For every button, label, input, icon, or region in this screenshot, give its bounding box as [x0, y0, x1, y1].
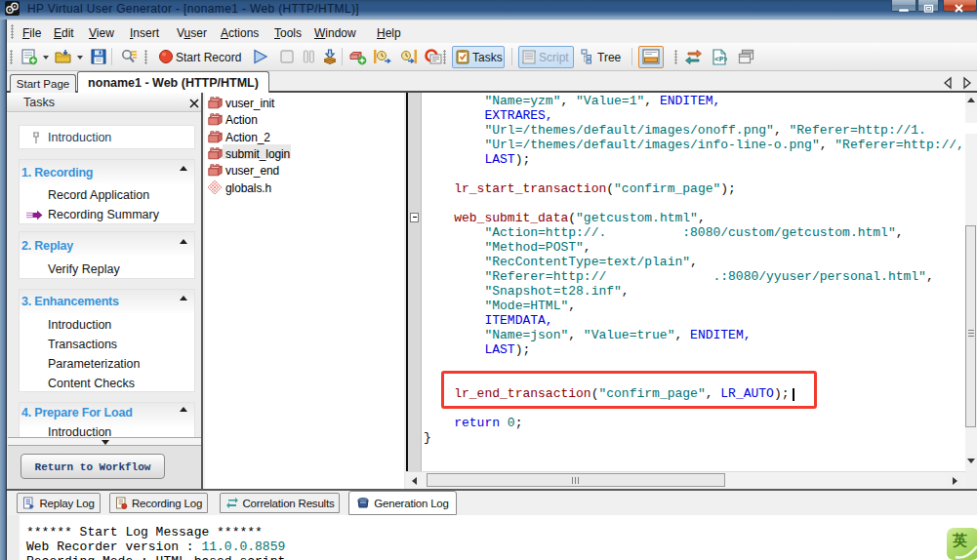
svg-text:<P>: <P> — [714, 55, 727, 63]
